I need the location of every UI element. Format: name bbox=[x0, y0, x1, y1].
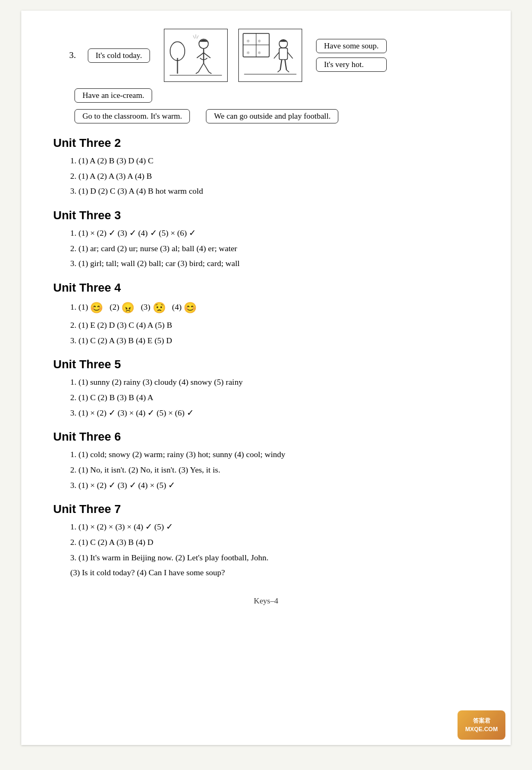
bubble-very-hot: It's very hot. bbox=[316, 57, 387, 72]
unit-three-3-title: Unit Three 3 bbox=[53, 209, 479, 222]
watermark-line2: MXQE.COM bbox=[465, 725, 497, 733]
svg-line-7 bbox=[197, 53, 204, 58]
section3-number: 3. bbox=[69, 50, 76, 61]
unit-three-3: Unit Three 3 1. (1) × (2) ✓ (3) ✓ (4) ✓ … bbox=[53, 209, 479, 271]
bubble-outside: We can go outside and play football. bbox=[206, 109, 338, 123]
bubble-icecream: Have an ice-cream. bbox=[74, 88, 152, 103]
figure-left-svg bbox=[164, 29, 227, 82]
figure-left bbox=[164, 29, 228, 82]
svg-line-24 bbox=[285, 60, 286, 70]
unit-three-6-line2: 2. (1) No, it isn't. (2) No, it isn't. (… bbox=[53, 462, 479, 478]
unit-three-7-title: Unit Three 7 bbox=[53, 502, 479, 516]
bubble-icecream-row: Have an ice-cream. bbox=[69, 88, 479, 103]
svg-line-2 bbox=[193, 36, 195, 39]
unit-three-5-line3: 3. (1) × (2) ✓ (3) × (4) ✓ (5) × (6) ✓ bbox=[53, 405, 479, 421]
unit-three-7-line3: 3. (1) It's warm in Beijing now. (2) Let… bbox=[53, 550, 479, 566]
svg-text:❄: ❄ bbox=[246, 51, 250, 55]
footer-label: Keys–4 bbox=[254, 597, 278, 605]
unit-three-2-line3: 3. (1) D (2) C (3) A (4) B hot warm cold bbox=[53, 184, 479, 199]
unit-three-6-line3: 3. (1) × (2) ✓ (3) ✓ (4) × (5) ✓ bbox=[53, 478, 479, 493]
unit-three-6-title: Unit Three 6 bbox=[53, 430, 479, 444]
figures-area: ❄ ❄ ❄ ❄ bbox=[164, 29, 302, 82]
unit-three-5-line1: 1. (1) sunny (2) rainy (3) cloudy (4) sn… bbox=[53, 375, 479, 390]
svg-line-28 bbox=[287, 52, 293, 59]
svg-line-11 bbox=[196, 72, 198, 73]
svg-line-10 bbox=[204, 63, 209, 72]
right-bubbles: Have some soup. It's very hot. bbox=[316, 39, 387, 72]
unit-three-3-line3: 3. (1) girl; tall; wall (2) ball; car (3… bbox=[53, 256, 479, 271]
svg-line-27 bbox=[274, 52, 279, 59]
unit-three-4-title: Unit Three 4 bbox=[53, 281, 479, 295]
diagram-row-bottom: Go to the classroom. It's warm. We can g… bbox=[69, 109, 479, 123]
unit-three-7-line4: (3) Is it cold today? (4) Can I have som… bbox=[53, 565, 479, 581]
svg-line-4 bbox=[197, 36, 198, 39]
unit-three-6-line1: 1. (1) cold; snowy (2) warm; rainy (3) h… bbox=[53, 447, 479, 462]
figure-right-svg: ❄ ❄ ❄ ❄ bbox=[239, 29, 302, 82]
unit-three-4-line2: 2. (1) E (2) D (3) C (4) A (5) B bbox=[53, 318, 479, 333]
footer: Keys–4 bbox=[53, 597, 479, 606]
bubble-warm: Go to the classroom. It's warm. bbox=[74, 109, 190, 123]
unit-three-7-line1: 1. (1) × (2) × (3) × (4) ✓ (5) ✓ bbox=[53, 519, 479, 535]
unit-three-6: Unit Three 6 1. (1) cold; snowy (2) warm… bbox=[53, 430, 479, 493]
watermark: 答案君 MXQE.COM bbox=[458, 710, 505, 740]
svg-line-12 bbox=[209, 72, 211, 73]
emoji-happy2: 😊 bbox=[184, 302, 197, 313]
svg-line-8 bbox=[204, 53, 211, 58]
svg-line-23 bbox=[280, 60, 282, 70]
unit-three-4: Unit Three 4 1. (1) 😊 (2) 😠 (3) 😟 (4) 😊 … bbox=[53, 281, 479, 348]
unit-three-3-line1: 1. (1) × (2) ✓ (3) ✓ (4) ✓ (5) × (6) ✓ bbox=[53, 226, 479, 241]
svg-line-26 bbox=[286, 70, 289, 72]
diagram-row-top: 3. It's cold today. bbox=[69, 29, 479, 82]
emoji-sad: 😟 bbox=[153, 302, 166, 313]
unit-three-2-title: Unit Three 2 bbox=[53, 136, 479, 150]
svg-text:❄: ❄ bbox=[257, 51, 261, 55]
watermark-text: 答案君 MXQE.COM bbox=[465, 717, 497, 733]
unit-three-4-line3: 3. (1) C (2) A (3) B (4) E (5) D bbox=[53, 333, 479, 349]
unit-three-7: Unit Three 7 1. (1) × (2) × (3) × (4) ✓ … bbox=[53, 502, 479, 581]
unit-three-7-line2: 2. (1) C (2) A (3) B (4) D bbox=[53, 535, 479, 550]
unit-three-2-line2: 2. (1) A (2) A (3) A (4) B bbox=[53, 169, 479, 184]
unit-three-2-line1: 1. (1) A (2) B (3) D (4) C bbox=[53, 153, 479, 169]
svg-text:❄: ❄ bbox=[257, 39, 261, 44]
bubble-soup: Have some soup. bbox=[316, 39, 387, 53]
emoji-happy1: 😊 bbox=[90, 302, 103, 313]
emoji-angry: 😠 bbox=[121, 302, 135, 313]
unit-three-5-line2: 2. (1) C (2) B (3) B (4) A bbox=[53, 390, 479, 405]
svg-line-25 bbox=[278, 70, 280, 72]
svg-line-9 bbox=[198, 63, 204, 72]
section3: 3. It's cold today. bbox=[53, 29, 479, 123]
figure-right: ❄ ❄ ❄ ❄ bbox=[238, 29, 302, 82]
unit-three-5: Unit Three 5 1. (1) sunny (2) rainy (3) … bbox=[53, 358, 479, 420]
watermark-line1: 答案君 bbox=[465, 717, 497, 725]
bubble-cold: It's cold today. bbox=[88, 48, 150, 63]
unit-three-5-title: Unit Three 5 bbox=[53, 358, 479, 371]
svg-rect-22 bbox=[279, 48, 288, 60]
page: 3. It's cold today. bbox=[21, 11, 511, 745]
unit-three-3-line2: 2. (1) ar; card (2) ur; nurse (3) al; ba… bbox=[53, 241, 479, 256]
unit-three-4-line1: 1. (1) 😊 (2) 😠 (3) 😟 (4) 😊 bbox=[53, 298, 479, 318]
svg-text:❄: ❄ bbox=[246, 39, 250, 44]
svg-point-1 bbox=[170, 42, 185, 60]
unit-three-2: Unit Three 2 1. (1) A (2) B (3) D (4) C … bbox=[53, 136, 479, 199]
